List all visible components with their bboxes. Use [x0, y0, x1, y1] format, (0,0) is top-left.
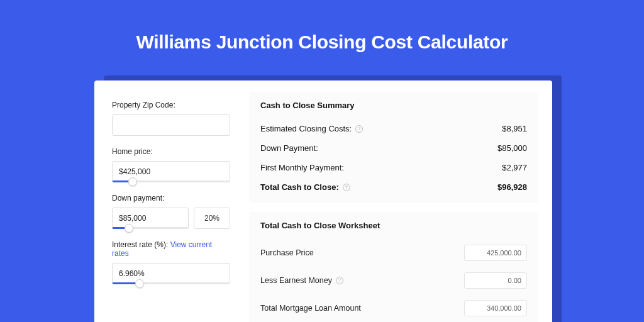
summary-row-value: $85,000 — [497, 143, 527, 153]
summary-row-label: Down Payment: — [260, 143, 318, 153]
worksheet-row-label: Purchase Price — [260, 248, 314, 257]
summary-row-value: $2,977 — [502, 163, 527, 172]
worksheet-row-label-text: Purchase Price — [260, 248, 314, 257]
summary-row-label-text: Estimated Closing Costs: — [260, 124, 352, 133]
down-payment-slider-thumb[interactable] — [125, 224, 133, 233]
home-price-label: Home price: — [112, 147, 230, 156]
summary-row-label-text: First Monthly Payment: — [260, 163, 344, 172]
calculator-card: Property Zip Code: Home price: Down paym… — [94, 80, 552, 322]
worksheet-row-label: Less Earnest Money? — [260, 276, 343, 285]
zip-input[interactable] — [113, 115, 230, 135]
summary-row: Total Cash to Close:?$96,928 — [260, 177, 527, 197]
results-panel: Cash to Close Summary Estimated Closing … — [240, 80, 552, 322]
summary-row-value: $8,951 — [502, 124, 527, 133]
down-payment-input-wrap — [112, 208, 189, 229]
interest-rate-label-text: Interest rate (%): — [112, 240, 170, 249]
interest-rate-slider-thumb[interactable] — [135, 279, 144, 288]
worksheet-row-label: Total Mortgage Loan Amount — [260, 304, 361, 313]
inputs-panel: Property Zip Code: Home price: Down paym… — [94, 80, 240, 322]
interest-rate-label: Interest rate (%): View current rates — [112, 240, 230, 258]
field-zip: Property Zip Code: — [112, 101, 230, 136]
field-home-price: Home price: — [112, 147, 230, 182]
down-payment-slider[interactable] — [113, 227, 188, 229]
worksheet-panel: Total Cash to Close Worksheet Purchase P… — [249, 212, 538, 322]
summary-row-value: $96,928 — [497, 182, 527, 192]
help-icon[interactable]: ? — [355, 125, 363, 133]
summary-row: Down Payment:$85,000 — [260, 138, 527, 158]
help-icon[interactable]: ? — [336, 277, 343, 284]
summary-row: Estimated Closing Costs:?$8,951 — [260, 119, 527, 138]
down-payment-input[interactable] — [113, 208, 188, 228]
summary-row-label: Estimated Closing Costs:? — [260, 124, 363, 133]
zip-label: Property Zip Code: — [112, 101, 230, 109]
summary-title: Cash to Close Summary — [260, 101, 527, 110]
worksheet-row: Purchase Price425,000.00 — [260, 239, 527, 267]
help-icon[interactable]: ? — [343, 184, 350, 191]
worksheet-row-label-text: Total Mortgage Loan Amount — [260, 304, 361, 313]
worksheet-row-label-text: Less Earnest Money — [260, 276, 332, 285]
summary-row: First Monthly Payment:$2,977 — [260, 158, 527, 177]
summary-row-label: Total Cash to Close:? — [260, 182, 350, 192]
summary-row-label-text: Down Payment: — [260, 143, 318, 153]
summary-panel: Cash to Close Summary Estimated Closing … — [249, 92, 538, 203]
zip-input-wrap — [112, 114, 230, 136]
summary-row-label-text: Total Cash to Close: — [260, 182, 339, 192]
worksheet-row: Less Earnest Money?0.00 — [260, 267, 527, 294]
down-payment-pct[interactable]: 20% — [194, 208, 230, 229]
worksheet-title: Total Cash to Close Worksheet — [260, 221, 527, 230]
worksheet-row-value[interactable]: 425,000.00 — [464, 245, 527, 261]
worksheet-row-value[interactable]: 340,000.00 — [464, 300, 527, 316]
home-price-slider[interactable] — [113, 180, 230, 182]
home-price-slider-thumb[interactable] — [128, 177, 137, 186]
worksheet-row-value[interactable]: 0.00 — [464, 272, 527, 289]
page-title: Williams Junction Closing Cost Calculato… — [0, 0, 644, 53]
interest-rate-slider[interactable] — [113, 282, 230, 284]
down-payment-label: Down payment: — [112, 194, 230, 203]
interest-rate-input[interactable] — [113, 264, 230, 284]
field-down-payment: Down payment: 20% — [112, 194, 230, 229]
home-price-input-wrap — [112, 161, 230, 182]
field-interest-rate: Interest rate (%): View current rates — [112, 240, 230, 284]
worksheet-row: Total Mortgage Loan Amount340,000.00 — [260, 294, 527, 322]
interest-rate-input-wrap — [112, 263, 230, 284]
summary-row-label: First Monthly Payment: — [260, 163, 344, 172]
